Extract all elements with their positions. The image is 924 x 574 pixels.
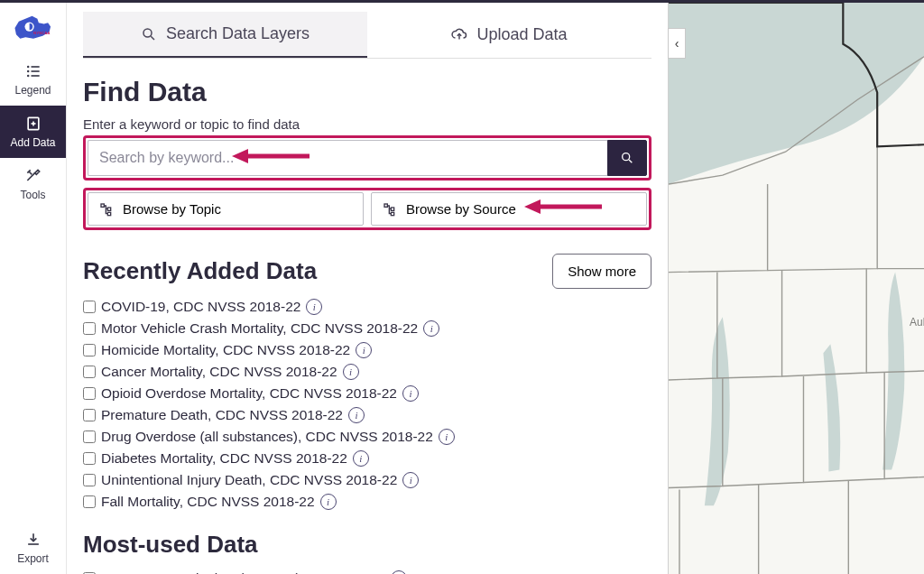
search-icon (141, 26, 157, 42)
svg-line-12 (151, 36, 154, 40)
search-submit-button[interactable] (607, 140, 647, 176)
list-item: Opioid Overdose Mortality, CDC NVSS 2018… (83, 383, 651, 404)
layer-label: Fall Mortality, CDC NVSS 2018-22 (101, 494, 315, 510)
info-icon[interactable]: i (423, 320, 439, 337)
list-item: Unintentional Injury Death, CDC NVSS 201… (83, 469, 651, 491)
most-used-data-list: State Senate Districts (2022-23), TIGER … (83, 568, 651, 574)
chevron-left-icon: ‹ (675, 36, 679, 51)
legend-icon (24, 62, 42, 80)
tab-search-data-layers[interactable]: Search Data Layers (83, 12, 367, 58)
tree-icon (99, 202, 114, 217)
browse-by-source-button[interactable]: Browse by Source (371, 192, 647, 226)
layer-checkbox[interactable] (83, 366, 96, 378)
tab-label: Search Data Layers (166, 24, 310, 43)
layer-checkbox[interactable] (83, 495, 96, 508)
list-item: State Senate Districts (2022-23), TIGER … (83, 568, 651, 574)
annotation-browse-highlight: Browse by Topic Browse by Source (83, 188, 651, 230)
add-data-icon (24, 115, 42, 133)
most-used-heading: Most-used Data (83, 531, 651, 559)
layer-checkbox[interactable] (83, 301, 96, 313)
svg-rect-20 (384, 204, 387, 207)
layer-label: COVID-19, CDC NVSS 2018-22 (101, 299, 300, 315)
list-item: Premature Death, CDC NVSS 2018-22i (83, 404, 651, 426)
layer-checkbox[interactable] (83, 452, 96, 465)
tabs: Search Data Layers Upload Data (83, 12, 651, 59)
list-item: Cancer Mortality, CDC NVSS 2018-22i (83, 361, 651, 383)
rail-item-tools[interactable]: Tools (0, 158, 66, 210)
brand-logo: NYSCAA (0, 3, 66, 53)
page-title: Find Data (83, 77, 651, 107)
layer-checkbox[interactable] (83, 430, 96, 443)
recent-data-list: COVID-19, CDC NVSS 2018-22iMotor Vehicle… (83, 296, 651, 513)
annotation-search-highlight (83, 135, 651, 181)
layer-label: Drug Overdose (all substances), CDC NVSS… (101, 429, 433, 445)
upload-icon (451, 27, 467, 43)
rail-item-label: Legend (14, 84, 51, 97)
rail-item-export[interactable]: Export (0, 522, 66, 574)
svg-point-11 (143, 29, 152, 37)
info-icon[interactable]: i (391, 570, 407, 574)
main-panel: Search Data Layers Upload Data Find Data… (67, 3, 668, 574)
tools-icon (24, 167, 42, 185)
info-icon[interactable]: i (320, 494, 337, 510)
svg-rect-17 (101, 204, 104, 207)
browse-label: Browse by Topic (123, 201, 221, 217)
svg-text:Aub: Aub (910, 316, 924, 329)
layer-label: Opioid Overdose Mortality, CDC NVSS 2018… (101, 385, 397, 402)
info-icon[interactable]: i (356, 342, 372, 358)
layer-label: State Senate Districts (2022-23), TIGER … (101, 570, 385, 574)
layer-label: Motor Vehicle Crash Mortality, CDC NVSS … (101, 320, 418, 337)
info-icon[interactable]: i (402, 385, 419, 402)
rail-item-add-data[interactable]: Add Data (0, 106, 66, 158)
map-collapse-button[interactable]: ‹ (668, 28, 686, 59)
rail-item-legend[interactable]: Legend (0, 53, 66, 106)
layer-label: Unintentional Injury Death, CDC NVSS 201… (101, 472, 397, 488)
info-icon[interactable]: i (306, 299, 322, 315)
svg-rect-19 (107, 212, 110, 215)
tree-icon (383, 202, 397, 217)
layer-checkbox[interactable] (83, 409, 96, 421)
search-hint: Enter a keyword or topic to find data (83, 116, 651, 132)
list-item: Homicide Mortality, CDC NVSS 2018-22i (83, 339, 651, 361)
layer-checkbox[interactable] (83, 474, 96, 486)
svg-rect-18 (107, 208, 110, 210)
left-rail: NYSCAA Legend (0, 3, 67, 574)
layer-label: Homicide Mortality, CDC NVSS 2018-22 (101, 342, 350, 358)
show-more-button[interactable]: Show more (552, 254, 651, 289)
map-panel[interactable]: Aub ‹ (668, 3, 924, 574)
recently-added-heading: Recently Added Data (83, 257, 552, 285)
info-icon[interactable]: i (343, 364, 359, 380)
info-icon[interactable]: i (402, 472, 419, 488)
info-icon[interactable]: i (439, 429, 455, 445)
layer-label: Diabetes Mortality, CDC NVSS 2018-22 (101, 450, 347, 467)
export-icon (24, 531, 42, 549)
rail-item-label: Add Data (10, 136, 55, 149)
list-item: Fall Mortality, CDC NVSS 2018-22i (83, 491, 651, 513)
rail-item-label: Tools (20, 189, 45, 201)
svg-rect-22 (391, 212, 393, 215)
browse-by-topic-button[interactable]: Browse by Topic (88, 192, 364, 226)
rail-item-label: Export (17, 552, 49, 565)
list-item: Motor Vehicle Crash Mortality, CDC NVSS … (83, 318, 651, 339)
layer-label: Cancer Mortality, CDC NVSS 2018-22 (101, 364, 337, 380)
svg-line-14 (629, 160, 632, 162)
info-icon[interactable]: i (348, 407, 365, 423)
tab-label: Upload Data (476, 25, 567, 44)
list-item: Diabetes Mortality, CDC NVSS 2018-22i (83, 448, 651, 469)
search-input[interactable] (88, 140, 607, 176)
list-item: Drug Overdose (all substances), CDC NVSS… (83, 426, 651, 448)
svg-rect-21 (391, 208, 393, 210)
layer-checkbox[interactable] (83, 344, 96, 356)
info-icon[interactable]: i (353, 450, 369, 467)
layer-checkbox[interactable] (83, 322, 96, 335)
layer-checkbox[interactable] (83, 387, 96, 400)
list-item: COVID-19, CDC NVSS 2018-22i (83, 296, 651, 318)
browse-label: Browse by Source (406, 201, 516, 217)
layer-label: Premature Death, CDC NVSS 2018-22 (101, 407, 343, 423)
svg-text:NYSCAA: NYSCAA (33, 31, 51, 35)
tab-upload-data[interactable]: Upload Data (367, 12, 651, 58)
svg-point-13 (623, 153, 630, 161)
